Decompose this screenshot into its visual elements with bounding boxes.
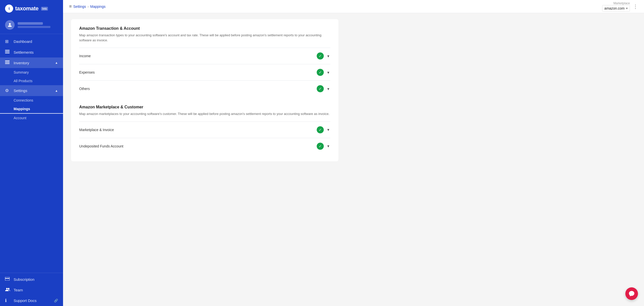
others-check-icon: ✓ xyxy=(317,85,324,92)
income-label: Income xyxy=(79,54,91,58)
expenses-label: Expenses xyxy=(79,70,95,74)
inventory-icon xyxy=(5,60,11,65)
svg-rect-5 xyxy=(5,62,10,63)
svg-rect-3 xyxy=(5,53,10,53)
topbar: ≡ Settings › Mappings Marketplace amazon… xyxy=(63,0,644,13)
summary-label: Summary xyxy=(14,70,29,74)
inventory-label: Inventory xyxy=(14,61,29,65)
app-logo: t taxomatebeta xyxy=(0,0,63,17)
sidebar-item-inventory[interactable]: Inventory ▲ xyxy=(0,57,63,68)
user-name-placeholder xyxy=(18,22,43,25)
mappings-label: Mappings xyxy=(14,107,30,111)
mapping-row-marketplace-invoice: Marketplace & Invoice ✓ ▾ xyxy=(79,122,330,138)
user-profile[interactable] xyxy=(0,17,63,34)
undeposited-funds-actions: ✓ ▾ xyxy=(317,143,330,150)
svg-rect-6 xyxy=(5,63,10,64)
expenses-chevron[interactable]: ▾ xyxy=(326,69,330,76)
marketplace-label: Marketplace xyxy=(613,2,630,5)
svg-point-10 xyxy=(8,288,9,289)
sidebar-item-connections[interactable]: Connections xyxy=(0,96,63,105)
team-icon xyxy=(5,287,11,292)
more-options-icon[interactable]: ⋮ xyxy=(633,4,638,10)
settlements-icon xyxy=(5,50,11,55)
svg-rect-8 xyxy=(5,278,10,279)
svg-point-0 xyxy=(9,23,11,25)
others-chevron[interactable]: ▾ xyxy=(326,85,330,92)
svg-rect-4 xyxy=(5,60,10,61)
subscription-icon xyxy=(5,277,11,282)
undeposited-funds-chevron[interactable]: ▾ xyxy=(326,143,330,149)
sidebar-item-support-docs[interactable]: ℹ Support Docs 🔗 xyxy=(0,295,63,306)
inventory-chevron: ▲ xyxy=(55,61,58,65)
topbar-right: Marketplace amazon.com ▾ ⋮ xyxy=(602,2,638,12)
marketplace-invoice-check-icon: ✓ xyxy=(317,126,324,133)
mapping-row-others: Others ✓ ▾ xyxy=(79,81,330,97)
sidebar-item-subscription[interactable]: Subscription xyxy=(0,274,63,285)
sidebar-item-team[interactable]: Team xyxy=(0,285,63,295)
marketplace-dropdown[interactable]: amazon.com ▾ xyxy=(602,5,630,12)
content-area: Amazon Transaction & Account Map amazon … xyxy=(63,13,644,306)
dashboard-label: Dashboard xyxy=(14,39,32,44)
all-products-label: All Products xyxy=(14,79,33,83)
external-link-icon: 🔗 xyxy=(54,299,58,302)
team-label: Team xyxy=(14,288,23,292)
marketplace-invoice-actions: ✓ ▾ xyxy=(317,126,330,133)
expenses-check-icon: ✓ xyxy=(317,69,324,76)
income-actions: ✓ ▾ xyxy=(317,52,330,59)
undeposited-funds-check-icon: ✓ xyxy=(317,143,324,150)
others-label: Others xyxy=(79,87,90,91)
section-gap: Amazon Marketplace & Customer Map amazon… xyxy=(79,105,330,154)
sidebar-item-summary[interactable]: Summary xyxy=(0,68,63,77)
breadcrumb: ≡ Settings › Mappings xyxy=(69,4,105,9)
others-actions: ✓ ▾ xyxy=(317,85,330,92)
sidebar-item-settings[interactable]: ⚙ Settings ▲ xyxy=(0,85,63,96)
marketplace-container: Marketplace amazon.com ▾ xyxy=(602,2,630,12)
section1-desc: Map amazon transaction types to your acc… xyxy=(79,33,330,43)
logo-icon: t xyxy=(5,5,13,13)
mapping-row-expenses: Expenses ✓ ▾ xyxy=(79,64,330,80)
section2-desc: Map amazon marketplaces to your accounti… xyxy=(79,111,330,116)
support-docs-icon: ℹ xyxy=(5,298,11,303)
section1-title: Amazon Transaction & Account xyxy=(79,26,330,31)
subscription-label: Subscription xyxy=(14,277,35,282)
svg-rect-1 xyxy=(5,50,10,51)
breadcrumb-current: Mappings xyxy=(90,5,106,9)
sidebar-item-settlements[interactable]: Settlements xyxy=(0,47,63,57)
sidebar: t taxomatebeta ⊞ Dashboard Settlements I… xyxy=(0,0,63,306)
sidebar-item-dashboard[interactable]: ⊞ Dashboard xyxy=(0,36,63,47)
marketplace-chevron: ▾ xyxy=(626,7,628,10)
menu-icon[interactable]: ≡ xyxy=(69,4,72,9)
settlements-label: Settlements xyxy=(14,50,34,54)
app-name: taxomate xyxy=(15,5,39,12)
mapping-row-income: Income ✓ ▾ xyxy=(79,48,330,64)
mapping-row-undeposited-funds: Undeposited Funds Account ✓ ▾ xyxy=(79,138,330,154)
breadcrumb-settings[interactable]: Settings xyxy=(73,5,86,9)
chat-support-bubble[interactable] xyxy=(625,287,638,300)
account-label: Account xyxy=(14,116,26,120)
svg-point-9 xyxy=(6,288,8,289)
settings-icon: ⚙ xyxy=(5,88,11,93)
expenses-actions: ✓ ▾ xyxy=(317,69,330,76)
svg-rect-2 xyxy=(5,51,10,52)
support-docs-label: Support Docs xyxy=(14,298,37,303)
dashboard-icon: ⊞ xyxy=(5,39,11,44)
beta-badge: beta xyxy=(41,7,48,11)
section2-title: Amazon Marketplace & Customer xyxy=(79,105,330,109)
sidebar-item-mappings[interactable]: Mappings xyxy=(0,105,63,114)
undeposited-funds-label: Undeposited Funds Account xyxy=(79,144,123,148)
avatar xyxy=(5,20,15,30)
sidebar-item-account[interactable]: Account xyxy=(0,114,63,122)
breadcrumb-separator: › xyxy=(87,5,89,9)
user-info xyxy=(18,22,50,28)
marketplace-invoice-label: Marketplace & Invoice xyxy=(79,128,114,132)
income-check-icon: ✓ xyxy=(317,52,324,59)
sidebar-item-all-products[interactable]: All Products xyxy=(0,77,63,85)
main-area: ≡ Settings › Mappings Marketplace amazon… xyxy=(63,0,644,306)
connections-label: Connections xyxy=(14,98,33,102)
user-email-placeholder xyxy=(18,26,50,28)
marketplace-invoice-chevron[interactable]: ▾ xyxy=(326,126,330,133)
settings-label: Settings xyxy=(14,88,27,93)
settings-chevron: ▲ xyxy=(55,89,58,93)
income-chevron[interactable]: ▾ xyxy=(326,53,330,59)
mappings-card: Amazon Transaction & Account Map amazon … xyxy=(71,19,338,161)
